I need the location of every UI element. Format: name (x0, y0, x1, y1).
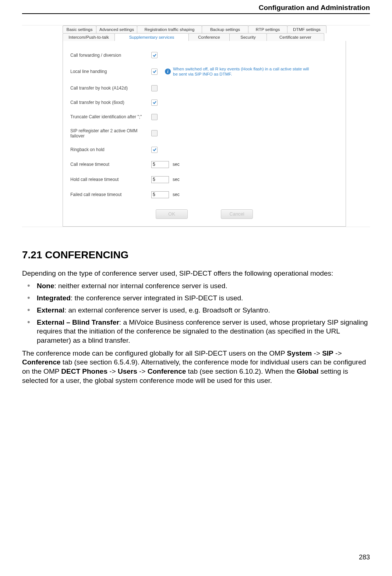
label-truncate-caller-id: Truncate Caller identification after ";" (70, 114, 151, 119)
label-local-line-handling: Local line handling (70, 69, 151, 74)
bullet-text: : an external conference server is used,… (64, 306, 270, 314)
bullet-external: External: an external conference server … (22, 306, 370, 315)
bullet-text: : neither external nor internal conferen… (54, 282, 227, 290)
tab-backup-settings[interactable]: Backup settings (202, 25, 248, 33)
checkbox-call-forwarding[interactable] (151, 52, 158, 58)
tab-advanced-settings[interactable]: Advanced settings (96, 25, 137, 33)
info-text-local-line: When switched off, all R key events (Hoo… (173, 66, 313, 77)
checkbox-call-transfer-6xxd[interactable] (151, 100, 158, 106)
label-failed-call-release-timeout: Failed call release timeout (70, 192, 151, 197)
cancel-button[interactable]: Cancel (221, 209, 253, 219)
input-hold-call-release-timeout[interactable] (151, 176, 169, 183)
checkbox-truncate-caller-id[interactable] (151, 114, 158, 120)
tab-registration-traffic-shaping[interactable]: Registration traffic shaping (137, 25, 202, 33)
checkbox-call-transfer-a142d[interactable] (151, 85, 158, 91)
tab-security[interactable]: Security (229, 33, 267, 41)
page-header: Configuration and Administration (22, 4, 370, 14)
tab-rtp-settings[interactable]: RTP settings (248, 25, 287, 33)
bullet-text: : the conference server integrated in SI… (71, 294, 243, 302)
unit-sec: sec (173, 192, 180, 197)
label-call-forwarding: Call forwarding / diversion (70, 53, 151, 58)
bullet-external-blind-transfer: External – Blind Transfer: a MiVoice Bus… (22, 318, 370, 345)
intro-paragraph: Depending on the type of conference serv… (22, 269, 370, 278)
tab-supplementary-services[interactable]: Supplementary services (114, 33, 189, 41)
label-sip-reregister: SIP reRegister after 2 active OMM failov… (70, 128, 151, 139)
tab-certificate-server[interactable]: Certificate server (266, 33, 324, 41)
tabs-row-2: Intercom/Push-to-talk Supplementary serv… (63, 33, 346, 41)
label-call-release-timeout: Call release timeout (70, 162, 151, 167)
tab-dtmf-settings[interactable]: DTMF settings (287, 25, 326, 33)
input-failed-call-release-timeout[interactable] (151, 191, 169, 198)
page-number: 283 (359, 554, 370, 561)
bullet-term: Integrated (37, 294, 71, 302)
paragraph-conference-mode: The conference mode can be configured gl… (22, 349, 370, 385)
unit-sec: sec (173, 177, 180, 182)
checkbox-sip-reregister[interactable] (151, 130, 158, 136)
checkbox-ringback-on-hold[interactable] (151, 147, 158, 153)
label-call-transfer-6xxd: Call transfer by hook (6xxd) (70, 100, 151, 105)
tabs-row-1: Basic settings Advanced settings Registr… (63, 25, 346, 33)
info-icon: i (165, 69, 171, 74)
unit-sec: sec (173, 162, 180, 167)
bullet-term: None (37, 282, 54, 290)
bullet-list: None: neither external nor internal conf… (22, 282, 370, 345)
label-hold-call-release-timeout: Hold call release timeout (70, 177, 151, 182)
bullet-none: None: neither external nor internal conf… (22, 282, 370, 291)
section-heading-conferencing: 7.21 CONFERENCING (22, 249, 370, 261)
input-call-release-timeout[interactable] (151, 161, 169, 168)
bullet-term: External – Blind Transfer (37, 318, 119, 326)
bullet-integrated: Integrated: the conference server integr… (22, 294, 370, 303)
settings-panel: Call forwarding / diversion Local line h… (63, 41, 346, 227)
screenshot-figure: Basic settings Advanced settings Registr… (22, 25, 370, 227)
tab-conference[interactable]: Conference (188, 33, 230, 41)
ok-button[interactable]: OK (156, 209, 188, 219)
label-ringback-on-hold: Ringback on hold (70, 147, 151, 152)
bullet-term: External (37, 306, 64, 314)
tab-basic-settings[interactable]: Basic settings (63, 25, 96, 33)
label-call-transfer-a142d: Call transfer by hook (A142d) (70, 85, 151, 91)
tab-intercom-ptt[interactable]: Intercom/Push-to-talk (63, 33, 115, 41)
checkbox-local-line-handling[interactable] (151, 69, 158, 75)
